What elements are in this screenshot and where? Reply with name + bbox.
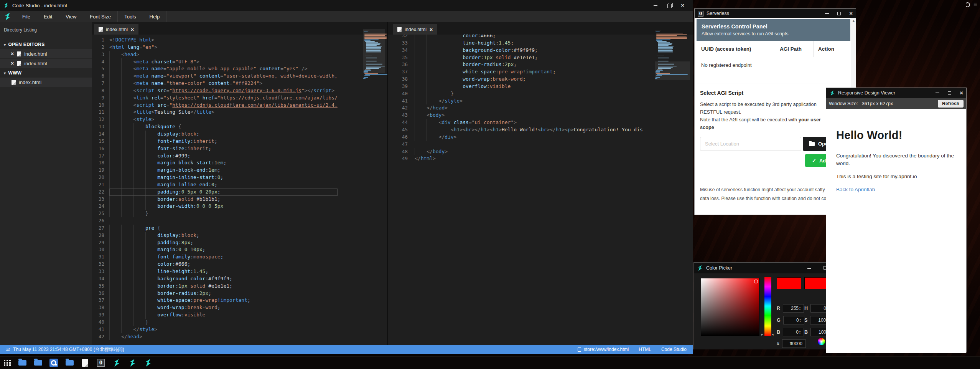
taskbar: 0 — [0, 356, 980, 369]
menu-font-size[interactable]: Font Size — [83, 11, 118, 22]
line-number: 35 — [92, 283, 104, 290]
file-icon — [397, 27, 402, 32]
line-number: 38 — [92, 304, 104, 311]
editor-pane-left: index.html × 123456789101112131415161718… — [92, 22, 387, 345]
minimap-viewport[interactable] — [655, 61, 690, 80]
hex-field[interactable]: ff0000 — [782, 339, 806, 348]
minimap-viewport[interactable] — [363, 29, 385, 73]
sync-icon[interactable]: ⇄ — [6, 347, 10, 352]
section-open-editors[interactable]: ▾ OPEN EDITORS — [0, 40, 92, 49]
open-editor-item[interactable]: × index.html — [0, 49, 92, 58]
minimize-icon[interactable] — [825, 13, 829, 14]
line-number: 42 — [92, 333, 104, 341]
back-to-aprintlab-link[interactable]: Back to Aprintlab — [836, 187, 875, 192]
line-number: 4 — [92, 58, 104, 66]
viewer-page: Hello World! Congratulation! You discove… — [826, 109, 966, 353]
editor-pane-right: index.html × 323334353637383940414243444… — [387, 22, 693, 345]
line-number: 31 — [92, 253, 104, 261]
taskbar-folder-icon[interactable] — [65, 358, 74, 367]
file-icon — [99, 27, 103, 32]
line-number: 36 — [92, 290, 104, 297]
minimize-icon[interactable] — [936, 93, 939, 93]
restore-icon[interactable] — [667, 4, 671, 7]
minimap-line — [656, 40, 662, 41]
stepper-icon[interactable]: ▴▾ — [800, 316, 804, 324]
close-icon[interactable]: × — [681, 3, 684, 7]
taskbar-media-app-icon[interactable] — [49, 358, 58, 367]
code-line: } — [109, 319, 338, 326]
blue-field[interactable]: 0 ▴▾ — [783, 328, 804, 336]
code-editor[interactable]: 1234567891011121314151617181920212223242… — [92, 35, 387, 345]
saturation-value-picker[interactable] — [701, 278, 759, 336]
scroll-up-icon[interactable]: ▲ — [851, 18, 856, 23]
minimap[interactable] — [363, 29, 385, 80]
close-file-icon[interactable]: × — [11, 51, 14, 56]
status-app[interactable]: Code Studio — [661, 347, 687, 352]
minimize-icon[interactable] — [807, 268, 811, 269]
taskbar-document-icon[interactable] — [81, 358, 90, 367]
code-line: <style> — [109, 116, 338, 123]
close-icon[interactable]: × — [960, 91, 963, 95]
minimap-line — [656, 36, 687, 36]
code-line: <meta name="viewport" content="user-scal… — [109, 73, 338, 80]
menu-view[interactable]: View — [59, 11, 83, 22]
tab-index-html[interactable]: index.html × — [393, 24, 437, 35]
serverless-panel-header: Serverless Control Panel Allow external … — [697, 19, 850, 41]
maximize-icon[interactable] — [948, 91, 951, 95]
stepper-icon[interactable]: ▴▾ — [799, 304, 803, 312]
color-wheel-icon[interactable] — [818, 338, 825, 345]
hue-slider[interactable] — [764, 277, 771, 336]
loading-ring-icon[interactable] — [965, 2, 970, 7]
minimap-line — [658, 47, 673, 48]
line-number: 37 — [92, 297, 104, 304]
status-language[interactable]: HTML — [639, 347, 651, 352]
close-tab-icon[interactable]: × — [131, 27, 134, 32]
www-file-item[interactable]: index.html — [0, 78, 92, 87]
minimap-line — [658, 43, 672, 44]
red-field[interactable]: 255 ▴▾ — [783, 304, 804, 313]
code-line: margin:0 0 10px; — [109, 246, 338, 253]
code-editor[interactable]: 323334353637383940414243444546474849 col… — [388, 35, 693, 345]
minimize-icon[interactable] — [654, 5, 657, 6]
close-icon[interactable]: × — [849, 12, 853, 15]
menu-file[interactable]: File — [16, 11, 37, 22]
stepper-icon[interactable]: ▴▾ — [799, 328, 803, 336]
file-icon — [17, 61, 21, 66]
minimap-line — [658, 60, 673, 60]
taskbar-code-studio-icon[interactable] — [143, 358, 153, 367]
menu-tools[interactable]: Tools — [118, 11, 143, 22]
refresh-button[interactable]: Refresh — [938, 100, 964, 108]
green-field[interactable]: 0 ▴▾ — [783, 316, 804, 324]
minimap-line — [365, 74, 387, 74]
taskbar-serverless-icon[interactable]: 0 — [96, 358, 105, 367]
menu-help[interactable]: Help — [143, 11, 167, 22]
app-grid-icon[interactable] — [4, 360, 11, 366]
menu-edit[interactable]: Edit — [37, 11, 59, 22]
open-editor-item[interactable]: × index.html — [0, 59, 92, 68]
previous-color-swatch[interactable] — [804, 277, 829, 289]
tab-index-html[interactable]: index.html × — [94, 24, 138, 35]
code-line: border:solid #b1b1b1; — [109, 196, 338, 203]
line-number: 5 — [92, 65, 104, 73]
taskbar-folder-icon[interactable] — [33, 358, 43, 367]
maximize-icon[interactable] — [837, 12, 841, 15]
minimap[interactable] — [655, 29, 690, 80]
section-www[interactable]: ▾ WWW — [0, 68, 92, 78]
minimap-line — [656, 39, 670, 40]
minimap-line — [656, 37, 687, 38]
line-number: 34 — [92, 275, 104, 283]
viewer-toolbar: Window Size: 361px x 627px Refresh — [826, 98, 966, 109]
close-tab-icon[interactable]: × — [430, 27, 433, 32]
current-color-swatch[interactable] — [777, 277, 801, 289]
taskbar-code-studio-icon[interactable] — [112, 358, 121, 367]
script-location-input[interactable] — [700, 137, 801, 151]
close-file-icon[interactable]: × — [11, 61, 14, 66]
file-icon — [17, 51, 21, 56]
code-line: blockquote { — [109, 123, 338, 131]
hamburger-menu-icon[interactable]: ≡ — [973, 1, 977, 8]
taskbar-folder-icon[interactable] — [18, 358, 27, 367]
code-line: </style> — [415, 98, 643, 105]
status-filepath[interactable]: store:/www/index.html — [584, 347, 629, 352]
code-line: color:#666; — [109, 261, 338, 268]
taskbar-code-studio-icon[interactable] — [128, 358, 137, 367]
